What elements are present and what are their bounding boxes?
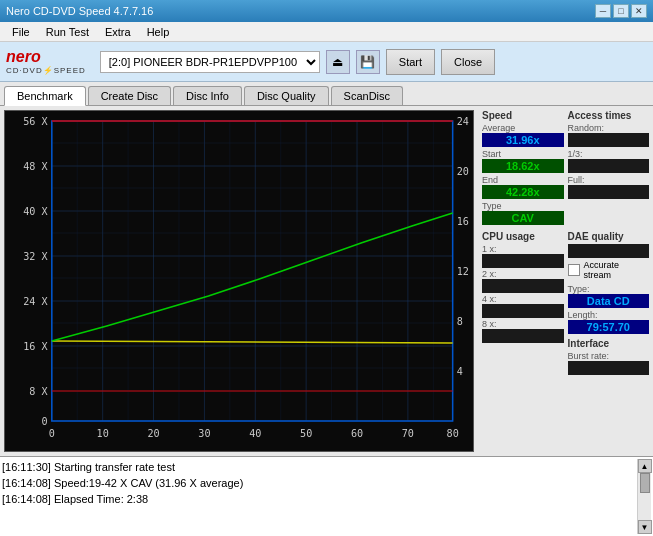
svg-text:12: 12	[457, 266, 469, 277]
svg-text:40: 40	[249, 428, 261, 439]
accurate-stream-checkbox[interactable]	[568, 264, 580, 276]
minimize-button[interactable]: ─	[595, 4, 611, 18]
random-value	[568, 133, 650, 147]
toolbar: nero CD·DVD⚡SPEED [2:0] PIONEER BDR-PR1E…	[0, 42, 653, 82]
logo: nero CD·DVD⚡SPEED	[6, 48, 86, 75]
tab-disc-info[interactable]: Disc Info	[173, 86, 242, 105]
random-label: Random:	[568, 123, 650, 133]
title-bar: Nero CD-DVD Speed 4.7.7.16 ─ □ ✕	[0, 0, 653, 22]
svg-text:30: 30	[198, 428, 210, 439]
scroll-thumb[interactable]	[640, 473, 650, 493]
average-value: 31.96x	[482, 133, 564, 147]
svg-text:24 X: 24 X	[23, 296, 47, 307]
log-line-3: [16:14:08] Elapsed Time: 2:38	[2, 491, 637, 507]
end-value: 42.28x	[482, 185, 564, 199]
svg-text:16 X: 16 X	[23, 341, 47, 352]
save-icon[interactable]: 💾	[356, 50, 380, 74]
chart-svg: 56 X 48 X 40 X 32 X 24 X 16 X 8 X 0 24 2…	[5, 111, 473, 451]
svg-text:24: 24	[457, 116, 469, 127]
tab-disc-quality[interactable]: Disc Quality	[244, 86, 329, 105]
svg-rect-0	[5, 111, 473, 451]
interface-section: Interface Burst rate:	[568, 338, 650, 375]
cpu-1x-label: 1 x:	[482, 244, 564, 254]
access-section: Access times Random: 1/3: Full:	[568, 110, 650, 225]
maximize-button[interactable]: □	[613, 4, 629, 18]
onethird-label: 1/3:	[568, 149, 650, 159]
cpu-2x-label: 2 x:	[482, 269, 564, 279]
svg-text:16: 16	[457, 216, 469, 227]
average-label: Average	[482, 123, 564, 133]
menu-extra[interactable]: Extra	[97, 24, 139, 40]
close-button[interactable]: ✕	[631, 4, 647, 18]
logo-sub: CD·DVD⚡SPEED	[6, 66, 86, 75]
svg-text:0: 0	[49, 428, 55, 439]
type-value: CAV	[482, 211, 564, 225]
accurate-stream-row: Accurate stream	[568, 260, 650, 280]
burst-value	[568, 361, 650, 375]
log-area: [16:11:30] Starting transfer rate test […	[0, 456, 653, 536]
svg-text:20: 20	[457, 166, 469, 177]
svg-text:8: 8	[457, 316, 463, 327]
log-line-1: [16:11:30] Starting transfer rate test	[2, 459, 637, 475]
length-value: 79:57.70	[568, 320, 650, 334]
logo-nero: nero	[6, 48, 86, 66]
log-scrollbar[interactable]: ▲ ▼	[637, 459, 651, 534]
cpu-1x-value	[482, 254, 564, 268]
svg-text:32 X: 32 X	[23, 251, 47, 262]
close-toolbar-button[interactable]: Close	[441, 49, 495, 75]
svg-text:8 X: 8 X	[29, 386, 47, 397]
right-panel: Speed Average 31.96x Start 18.62x End 42…	[478, 106, 653, 456]
svg-text:0: 0	[42, 416, 48, 427]
tab-benchmark[interactable]: Benchmark	[4, 86, 86, 106]
cpu-8x-label: 8 x:	[482, 319, 564, 329]
dae-title: DAE quality	[568, 231, 650, 242]
cpu-8x-value	[482, 329, 564, 343]
access-title: Access times	[568, 110, 650, 121]
cpu-title: CPU usage	[482, 231, 564, 242]
type-label: Type	[482, 201, 564, 211]
start-label: Start	[482, 149, 564, 159]
svg-text:20: 20	[147, 428, 159, 439]
menu-run-test[interactable]: Run Test	[38, 24, 97, 40]
cpu-4x-value	[482, 304, 564, 318]
disc-type-label: Type:	[568, 284, 650, 294]
cpu-section: CPU usage 1 x: 2 x: 4 x: 8 x:	[482, 231, 564, 375]
svg-text:50: 50	[300, 428, 312, 439]
tab-create-disc[interactable]: Create Disc	[88, 86, 171, 105]
svg-text:10: 10	[97, 428, 109, 439]
full-label: Full:	[568, 175, 650, 185]
log-line-2: [16:14:08] Speed:19-42 X CAV (31.96 X av…	[2, 475, 637, 491]
disc-type-value: Data CD	[568, 294, 650, 308]
main-content: 56 X 48 X 40 X 32 X 24 X 16 X 8 X 0 24 2…	[0, 106, 653, 456]
onethird-value	[568, 159, 650, 173]
dae-value	[568, 244, 650, 258]
scroll-track	[639, 473, 651, 520]
disc-section: Type: Data CD Length: 79:57.70	[568, 284, 650, 334]
svg-text:60: 60	[351, 428, 363, 439]
eject-icon[interactable]: ⏏	[326, 50, 350, 74]
svg-text:4: 4	[457, 366, 463, 377]
speed-title: Speed	[482, 110, 564, 121]
end-label: End	[482, 175, 564, 185]
cpu-4x-label: 4 x:	[482, 294, 564, 304]
menu-file[interactable]: File	[4, 24, 38, 40]
svg-text:70: 70	[402, 428, 414, 439]
cpu-2x-value	[482, 279, 564, 293]
title-text: Nero CD-DVD Speed 4.7.7.16	[6, 5, 153, 17]
svg-text:40 X: 40 X	[23, 206, 47, 217]
menu-bar: File Run Test Extra Help	[0, 22, 653, 42]
tab-bar: Benchmark Create Disc Disc Info Disc Qua…	[0, 82, 653, 106]
start-value: 18.62x	[482, 159, 564, 173]
scroll-down-button[interactable]: ▼	[638, 520, 652, 534]
length-label: Length:	[568, 310, 650, 320]
start-button[interactable]: Start	[386, 49, 435, 75]
svg-text:56 X: 56 X	[23, 116, 47, 127]
tab-scan-disc[interactable]: ScanDisc	[331, 86, 403, 105]
speed-section: Speed Average 31.96x Start 18.62x End 42…	[482, 110, 564, 225]
burst-label: Burst rate:	[568, 351, 650, 361]
dae-interface-section: DAE quality Accurate stream Type: Data C…	[568, 231, 650, 375]
full-value	[568, 185, 650, 199]
menu-help[interactable]: Help	[139, 24, 178, 40]
drive-select[interactable]: [2:0] PIONEER BDR-PR1EPDVPP100 1.01	[100, 51, 320, 73]
scroll-up-button[interactable]: ▲	[638, 459, 652, 473]
